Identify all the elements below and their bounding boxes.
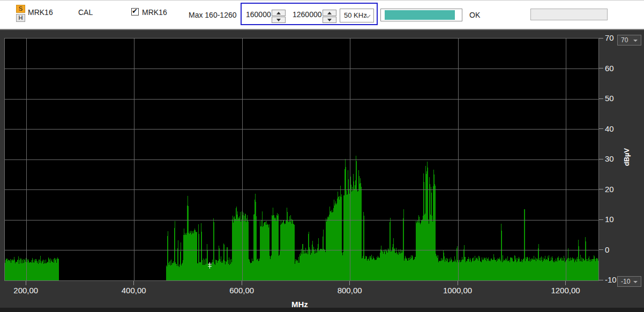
y-min-value: -10 bbox=[621, 278, 630, 285]
gridline-horizontal bbox=[5, 159, 598, 160]
y-tick-label: 0 bbox=[605, 245, 609, 254]
y-tick-label: 70 bbox=[605, 33, 614, 42]
frequency-settings-group: 160000 1260000 50 KHz bbox=[241, 3, 378, 25]
gridline-horizontal bbox=[5, 129, 598, 130]
mrk16-label: MRK16 bbox=[28, 8, 53, 17]
spectrum-plot[interactable] bbox=[4, 38, 599, 281]
x-axis-tick bbox=[565, 281, 566, 285]
step-width-value: 50 KHz bbox=[344, 11, 367, 19]
y-axis-tick bbox=[599, 128, 603, 129]
arrow-up-icon bbox=[276, 12, 281, 14]
x-axis-tick bbox=[26, 281, 26, 285]
x-axis-tick bbox=[242, 281, 242, 285]
y-tick-label: -10 bbox=[605, 275, 617, 284]
hold-h-button[interactable]: H bbox=[16, 14, 25, 22]
y-axis-unit-label: dBµV bbox=[623, 148, 631, 166]
max-range-label: Max 160-1260 bbox=[189, 11, 237, 19]
y-tick-label: 60 bbox=[605, 64, 614, 73]
ok-status-label: OK bbox=[469, 11, 480, 19]
chart-panel: MHz dBµV 70 -10 200,00400,00600,00800,00… bbox=[0, 29, 644, 312]
gridline-horizontal bbox=[5, 250, 598, 250]
y-axis-tick bbox=[599, 280, 603, 280]
spin-down-button[interactable] bbox=[323, 17, 336, 23]
gridline-horizontal bbox=[5, 99, 598, 100]
x-axis-tick bbox=[458, 281, 458, 285]
mrk16-checkbox[interactable]: ✔ bbox=[131, 8, 139, 16]
x-tick-label: 200,00 bbox=[4, 286, 47, 295]
y-min-dropdown[interactable]: -10 bbox=[617, 276, 641, 287]
y-axis-tick bbox=[599, 219, 603, 220]
y-tick-label: 40 bbox=[605, 124, 614, 133]
stop-frequency-spinner bbox=[323, 10, 336, 24]
y-max-dropdown[interactable]: 70 bbox=[617, 35, 641, 45]
y-max-value: 70 bbox=[621, 36, 628, 44]
x-axis-tick bbox=[133, 281, 134, 285]
mrk16-checkbox-label: MRK16 bbox=[142, 8, 167, 17]
toolbar: S H MRK16 CAL ✔ MRK16 Max 160-1260 16000… bbox=[0, 0, 644, 29]
arrow-down-icon bbox=[327, 19, 332, 21]
sweep-progress-bar bbox=[380, 9, 462, 21]
y-axis-tick bbox=[599, 38, 603, 39]
start-frequency-spinner bbox=[272, 10, 286, 24]
gridline-horizontal bbox=[5, 189, 598, 190]
cal-label: CAL bbox=[78, 8, 93, 17]
y-axis-tick bbox=[599, 68, 603, 69]
spectrum-analyzer-window: S H MRK16 CAL ✔ MRK16 Max 160-1260 16000… bbox=[0, 0, 644, 312]
spin-down-button[interactable] bbox=[272, 17, 286, 23]
gridline-horizontal bbox=[5, 220, 598, 220]
chevron-down-icon bbox=[633, 281, 638, 283]
x-tick-label: 400,00 bbox=[113, 286, 155, 295]
x-tick-label: 1200,00 bbox=[544, 286, 587, 295]
y-axis-tick bbox=[599, 98, 603, 99]
gridline-horizontal bbox=[5, 69, 598, 69]
start-frequency-value[interactable]: 160000 bbox=[246, 10, 271, 19]
x-axis-tick bbox=[349, 281, 350, 285]
y-axis-tick bbox=[599, 189, 603, 189]
y-tick-label: 30 bbox=[605, 154, 614, 163]
message-field bbox=[530, 9, 608, 20]
arrow-down-icon bbox=[276, 19, 281, 21]
y-tick-label: 20 bbox=[605, 185, 614, 194]
progress-fill bbox=[385, 10, 455, 20]
x-tick-label: 1000,00 bbox=[436, 286, 479, 295]
chevron-down-icon bbox=[633, 40, 638, 42]
y-tick-label: 50 bbox=[605, 94, 614, 103]
spin-up-button[interactable] bbox=[272, 10, 286, 16]
arrow-up-icon bbox=[327, 12, 332, 14]
y-axis-tick bbox=[599, 249, 603, 250]
x-tick-label: 800,00 bbox=[328, 286, 371, 295]
bottom-strip bbox=[0, 308, 644, 312]
sweep-s-button[interactable]: S bbox=[16, 5, 25, 13]
checkmark-icon: ✔ bbox=[132, 7, 138, 15]
step-width-select[interactable]: 50 KHz bbox=[340, 9, 374, 22]
y-tick-label: 10 bbox=[605, 215, 614, 224]
stop-frequency-value[interactable]: 1260000 bbox=[293, 10, 322, 19]
x-tick-label: 600,00 bbox=[220, 286, 263, 295]
spectrum-trace-path bbox=[5, 156, 598, 280]
y-axis-tick bbox=[599, 159, 603, 159]
spin-up-button[interactable] bbox=[323, 10, 336, 16]
